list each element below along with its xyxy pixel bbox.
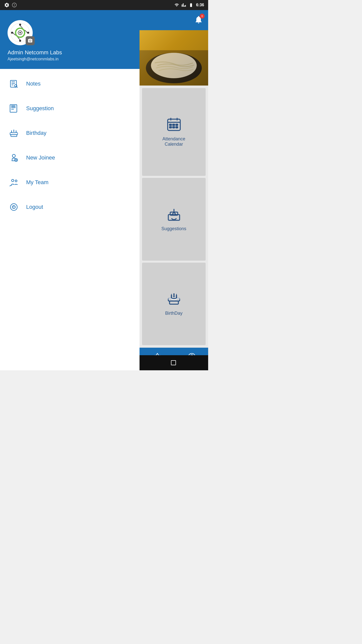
svg-rect-19 (14, 105, 15, 107)
time-display: 6:36 (196, 3, 204, 7)
svg-rect-37 (140, 30, 208, 50)
svg-point-29 (12, 179, 14, 182)
logout-icon: ? (8, 201, 20, 213)
svg-point-2 (27, 32, 29, 34)
drawer-menu: Notes Suggestion (0, 69, 140, 370)
navigation-drawer: Admin Netcomm Labs Ajeetsingh@netcommlab… (0, 10, 140, 370)
suggestion-icon (8, 102, 20, 115)
svg-rect-42 (169, 124, 171, 125)
svg-text:?: ? (12, 205, 14, 209)
team-icon (8, 176, 20, 189)
svg-rect-45 (169, 127, 171, 128)
card-attendance[interactable]: Attendance Calendar (142, 88, 206, 176)
svg-point-4 (11, 32, 13, 34)
menu-label-new-joinee: New Joinee (26, 154, 55, 161)
gear-icon (4, 2, 10, 8)
card-suggestions[interactable]: Suggestions (142, 178, 206, 260)
status-bar: 6:36 (0, 0, 208, 10)
new-joinee-icon (8, 151, 20, 164)
svg-rect-47 (176, 127, 178, 128)
card-label-birthday: BirthDay (165, 311, 183, 316)
notification-button[interactable]: 0 (194, 15, 203, 25)
menu-item-suggestion[interactable]: Suggestion (0, 96, 140, 121)
status-right: 6:36 (174, 3, 204, 7)
svg-rect-46 (173, 127, 175, 128)
svg-point-30 (15, 180, 17, 182)
wifi-icon (174, 3, 179, 7)
menu-label-logout: Logout (26, 204, 43, 210)
svg-rect-43 (173, 124, 175, 125)
notes-icon (8, 77, 20, 90)
svg-point-1 (19, 24, 21, 26)
grid-cards: Attendance Calendar Suggestions (140, 86, 208, 348)
svg-rect-18 (12, 105, 13, 107)
birthday-card-icon (166, 292, 182, 308)
profile-area (8, 20, 33, 45)
menu-item-birthday[interactable]: Birthday (0, 121, 140, 145)
menu-item-notes[interactable]: Notes (0, 71, 140, 96)
card-label-suggestions: Suggestions (161, 226, 186, 231)
avatar (8, 20, 33, 45)
svg-rect-24 (11, 135, 17, 137)
svg-point-3 (19, 40, 21, 42)
svg-point-7 (19, 32, 21, 33)
menu-item-my-team[interactable]: My Team (0, 170, 140, 195)
svg-rect-8 (11, 80, 17, 87)
card-birthday[interactable]: BirthDay (142, 263, 206, 345)
user-info: Admin Netcomm Labs Ajeetsingh@netcommlab… (8, 49, 62, 61)
battery-icon (188, 3, 194, 7)
card-label-attendance: Attendance Calendar (162, 136, 185, 147)
menu-label-notes: Notes (26, 80, 40, 87)
suggestions-card-icon (166, 207, 182, 223)
svg-line-13 (17, 87, 18, 88)
main-content: 0 (140, 10, 208, 370)
svg-point-25 (12, 154, 15, 157)
notification-badge: 0 (200, 14, 205, 19)
drawer-header: Admin Netcomm Labs Ajeetsingh@netcommlab… (0, 10, 140, 69)
menu-label-suggestion: Suggestion (26, 105, 54, 112)
svg-rect-55 (169, 301, 178, 304)
camera-badge[interactable] (26, 36, 35, 45)
signal-icon (12, 2, 17, 8)
signal-strength-icon (182, 3, 186, 7)
app-bar: 0 (140, 10, 208, 30)
android-recent-button[interactable] (171, 360, 176, 365)
menu-item-logout[interactable]: ? Logout (0, 195, 140, 219)
status-left (4, 2, 17, 8)
svg-rect-44 (176, 124, 178, 125)
menu-label-my-team: My Team (26, 179, 49, 186)
menu-item-new-joinee[interactable]: New Joinee (0, 145, 140, 170)
menu-label-birthday: Birthday (26, 130, 47, 136)
hero-image (140, 30, 208, 86)
birthday-icon (8, 127, 20, 139)
user-name: Admin Netcomm Labs (8, 49, 62, 56)
user-email: Ajeetsingh@netcommlabs.in (8, 57, 62, 61)
attendance-calendar-icon (166, 117, 182, 133)
